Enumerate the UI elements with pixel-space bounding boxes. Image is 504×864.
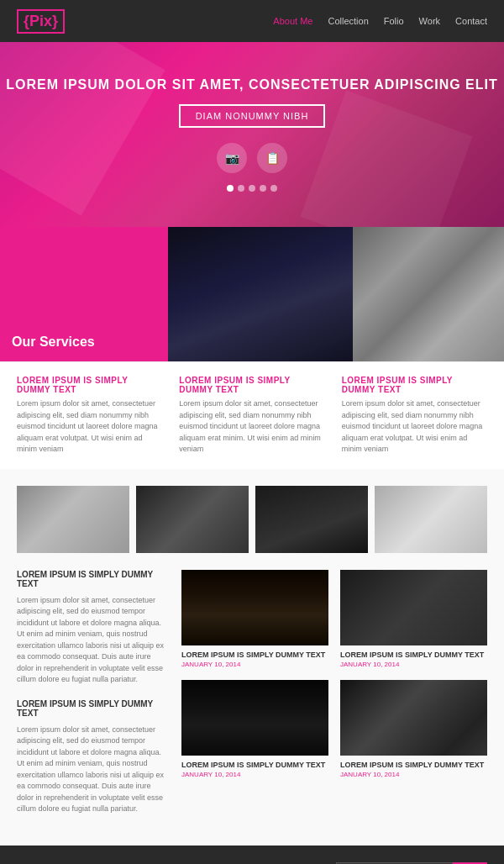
thumb-2[interactable] [136,486,249,553]
portfolio-image-1[interactable] [181,570,328,645]
services-landscape-image [168,227,353,361]
service-col-2: LOREM IPSUM IS SIMPLY DUMMY TEXT Lorem i… [179,376,324,456]
portfolio-image-4[interactable] [340,680,487,756]
dot-4[interactable] [260,185,266,192]
services-grid: Our Services [0,227,504,361]
dot-3[interactable] [249,185,255,192]
portfolio-left: LOREM IPSUM IS SIMPLY DUMMY TEXT Lorem i… [17,570,170,829]
portfolio-row-1: LOREM IPSUM IS SIMPLY DUMMY TEXT JANUARY… [181,570,487,668]
service-col-3-text: Lorem ipsum dolor sit amet, consectetuer… [342,398,487,456]
services-columns: LOREM IPSUM IS SIMPLY DUMMY TEXT Lorem i… [0,361,504,469]
hero-section: LOREM IPSUM DOLOR SIT AMET, CONSECTETUER… [0,42,504,227]
thumb-3[interactable] [255,486,368,553]
services-label-panel: Our Services [0,227,168,361]
dot-5[interactable] [270,185,277,192]
portfolio-row-2: LOREM IPSUM IS SIMPLY DUMMY TEXT JANUARY… [181,680,487,778]
services-section: Our Services LOREM IPSUM IS SIMPLY DUMMY… [0,227,504,469]
service-col-1-text: Lorem ipsum dolor sit amet, consectetuer… [17,398,162,456]
hero-title: LOREM IPSUM DOLOR SIT AMET, CONSECTETUER… [6,77,498,92]
portfolio-item-3: LOREM IPSUM IS SIMPLY DUMMY TEXT JANUARY… [181,680,328,778]
portfolio-thumbnails [17,486,487,553]
dot-2[interactable] [238,185,244,192]
portfolio-item-4-date: JANUARY 10, 2014 [340,771,487,778]
logo[interactable]: {Pix} [17,9,65,34]
portfolio-item-2-heading: LOREM IPSUM IS SIMPLY DUMMY TEXT [340,651,487,659]
nav-collection[interactable]: Collection [328,16,368,26]
copy-icon[interactable]: 📋 [257,143,287,173]
dot-1[interactable] [227,185,234,192]
header: {Pix} About Me Collection Folio Work Con… [0,0,504,42]
service-col-1-heading: LOREM IPSUM IS SIMPLY DUMMY TEXT [17,376,162,394]
portfolio-item-3-date: JANUARY 10, 2014 [181,771,328,778]
newsletter-section: Lorem ipsum dolor sit amet, consectetuer… [0,846,504,865]
camera-icon[interactable]: 📷 [217,143,247,173]
portfolio-image-2[interactable] [340,570,487,645]
portfolio-item-2-date: JANUARY 10, 2014 [340,661,487,668]
portfolio-image-3[interactable] [181,680,328,756]
portfolio-left-text2: Lorem ipsum dolor sit amet, consectetuer… [17,724,170,815]
portfolio-item-3-heading: LOREM IPSUM IS SIMPLY DUMMY TEXT [181,761,328,769]
navigation: About Me Collection Folio Work Contact [273,16,487,26]
portfolio-item-4-heading: LOREM IPSUM IS SIMPLY DUMMY TEXT [340,761,487,769]
services-camera-image [353,227,504,361]
portfolio-main: LOREM IPSUM IS SIMPLY DUMMY TEXT Lorem i… [17,570,487,829]
services-heading: Our Services [12,335,95,350]
nav-work[interactable]: Work [419,16,440,26]
portfolio-section: LOREM IPSUM IS SIMPLY DUMMY TEXT Lorem i… [0,469,504,846]
portfolio-item-1: LOREM IPSUM IS SIMPLY DUMMY TEXT JANUARY… [181,570,328,668]
hero-dots [227,185,277,192]
portfolio-item-2: LOREM IPSUM IS SIMPLY DUMMY TEXT JANUARY… [340,570,487,668]
portfolio-item-4: LOREM IPSUM IS SIMPLY DUMMY TEXT JANUARY… [340,680,487,778]
portfolio-left-text1: Lorem ipsum dolor sit amet, consectetuer… [17,595,170,686]
service-col-3-heading: LOREM IPSUM IS SIMPLY DUMMY TEXT [342,376,487,394]
service-col-3: LOREM IPSUM IS SIMPLY DUMMY TEXT Lorem i… [342,376,487,456]
nav-folio[interactable]: Folio [384,16,404,26]
portfolio-left-heading2: LOREM IPSUM IS SIMPLY DUMMY TEXT [17,699,170,718]
portfolio-item-1-heading: LOREM IPSUM IS SIMPLY DUMMY TEXT [181,651,328,659]
nav-about[interactable]: About Me [273,16,312,26]
portfolio-item-1-date: JANUARY 10, 2014 [181,661,328,668]
thumb-1[interactable] [17,486,129,553]
thumb-4[interactable] [375,486,487,553]
portfolio-left-heading: LOREM IPSUM IS SIMPLY DUMMY TEXT [17,570,170,588]
service-col-2-text: Lorem ipsum dolor sit amet, consectetuer… [179,398,324,456]
hero-button[interactable]: DIAM NONUMMY NIBH [179,104,326,128]
service-col-1: LOREM IPSUM IS SIMPLY DUMMY TEXT Lorem i… [17,376,162,456]
service-col-2-heading: LOREM IPSUM IS SIMPLY DUMMY TEXT [179,376,324,394]
nav-contact[interactable]: Contact [455,16,487,26]
hero-icons: 📷 📋 [217,143,287,173]
portfolio-right: LOREM IPSUM IS SIMPLY DUMMY TEXT JANUARY… [181,570,487,829]
